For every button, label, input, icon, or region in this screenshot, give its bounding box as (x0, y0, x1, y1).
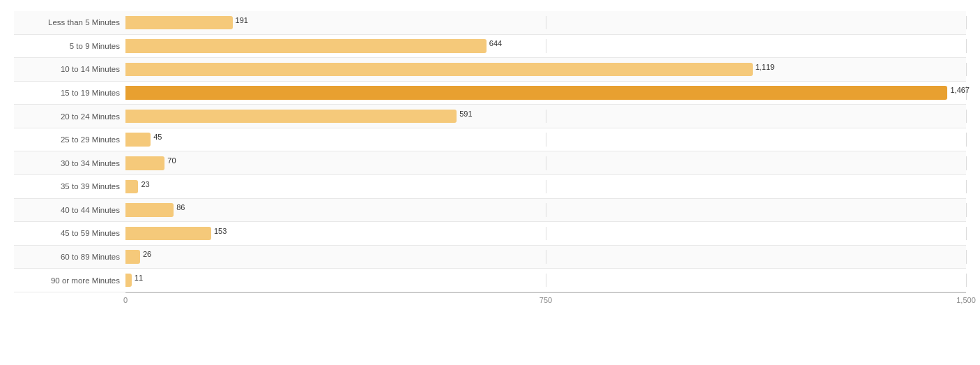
bar-track: 86 (125, 203, 966, 217)
bar-value: 45 (153, 133, 162, 141)
x-axis: 07501,500 (125, 292, 966, 306)
x-axis-tick: 750 (539, 296, 552, 304)
bar-fill: 23 (125, 180, 138, 194)
bar-value: 70 (167, 156, 176, 165)
x-axis-tick: 0 (123, 296, 128, 304)
bar-track: 11 (125, 274, 966, 288)
bar-fill: 1,119 (125, 63, 753, 77)
bar-value: 644 (489, 39, 502, 47)
bar-value: 86 (176, 203, 185, 211)
bar-label: 20 to 24 Minutes (14, 112, 125, 121)
bar-label: 30 to 34 Minutes (14, 159, 125, 167)
bar-fill: 153 (125, 227, 211, 241)
bar-value: 26 (143, 250, 151, 258)
bar-value: 1,467 (950, 86, 970, 94)
bar-track: 1,119 (125, 63, 966, 77)
bar-value: 23 (141, 180, 149, 188)
bar-track: 644 (125, 39, 966, 53)
bar-track: 1,467 (125, 86, 966, 100)
bar-row: 30 to 34 Minutes70 (14, 151, 966, 175)
bar-fill: 1,467 (125, 86, 947, 100)
bar-track: 191 (125, 16, 966, 30)
bar-label: 35 to 39 Minutes (14, 182, 125, 191)
bar-row: 20 to 24 Minutes591 (14, 105, 966, 128)
chart-container: Less than 5 Minutes1915 to 9 Minutes6441… (0, 0, 980, 365)
bar-fill: 591 (125, 110, 457, 124)
bar-row: 35 to 39 Minutes23 (14, 175, 966, 199)
bar-row: 25 to 29 Minutes45 (14, 128, 966, 152)
bar-row: 10 to 14 Minutes1,119 (14, 58, 966, 82)
bar-track: 23 (125, 180, 966, 194)
bar-value: 153 (214, 227, 227, 235)
bar-label: 5 to 9 Minutes (14, 42, 125, 50)
bar-label: 90 or more Minutes (14, 276, 125, 285)
bar-value: 1,119 (756, 63, 775, 71)
bar-label: 45 to 59 Minutes (14, 229, 125, 237)
bar-track: 70 (125, 156, 966, 170)
bar-row: Less than 5 Minutes191 (14, 11, 966, 35)
bar-row: 45 to 59 Minutes153 (14, 222, 966, 246)
bars-section: Less than 5 Minutes1915 to 9 Minutes6441… (14, 11, 966, 292)
bar-row: 60 to 89 Minutes26 (14, 246, 966, 269)
chart-area: Less than 5 Minutes1915 to 9 Minutes6441… (14, 11, 966, 306)
bar-row: 90 or more Minutes11 (14, 269, 966, 292)
bar-value: 591 (459, 110, 472, 118)
x-axis-tick: 1,500 (956, 296, 976, 304)
bar-label: 10 to 14 Minutes (14, 65, 125, 73)
bar-label: 60 to 89 Minutes (14, 253, 125, 261)
bar-track: 591 (125, 110, 966, 124)
bar-label: 15 to 19 Minutes (14, 89, 125, 97)
bar-fill: 11 (125, 274, 132, 288)
bar-fill: 86 (125, 203, 174, 217)
bar-fill: 191 (125, 16, 233, 30)
bar-value: 11 (135, 274, 143, 282)
bar-row: 40 to 44 Minutes86 (14, 199, 966, 223)
bar-label: 25 to 29 Minutes (14, 135, 125, 144)
bar-value: 191 (236, 16, 248, 24)
bar-fill: 70 (125, 156, 164, 170)
bar-row: 5 to 9 Minutes644 (14, 35, 966, 59)
bar-track: 26 (125, 250, 966, 264)
bar-fill: 45 (125, 133, 151, 147)
bar-label: 40 to 44 Minutes (14, 206, 125, 214)
bar-track: 45 (125, 133, 966, 147)
bar-track: 153 (125, 227, 966, 241)
bar-label: Less than 5 Minutes (14, 18, 125, 27)
bar-fill: 644 (125, 39, 487, 53)
bar-row: 15 to 19 Minutes1,467 (14, 82, 966, 105)
bar-fill: 26 (125, 250, 140, 264)
